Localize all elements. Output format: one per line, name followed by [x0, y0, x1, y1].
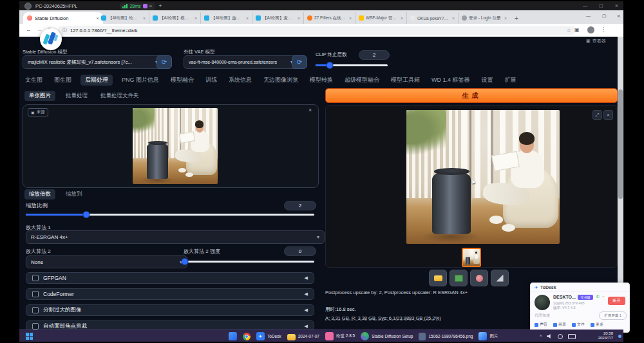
chevron-down-icon[interactable]: ⌄	[601, 293, 605, 299]
task-view-icon[interactable]	[229, 332, 237, 340]
profile-avatar[interactable]	[587, 26, 594, 33]
palette-button[interactable]	[470, 270, 488, 286]
browser-tab[interactable]: 【AI绘画】放大算法对比 ×	[201, 12, 252, 24]
clip-skip-value[interactable]: 2	[359, 50, 390, 60]
gallery-expand-button[interactable]: ⤢	[592, 110, 602, 120]
taskbar-item-launcher[interactable]: 绘世 2.8.5	[325, 332, 355, 340]
upscaler2-strength-slider[interactable]	[184, 259, 314, 264]
sound-tool[interactable]: 声音	[535, 322, 547, 328]
scale-slider[interactable]	[26, 212, 314, 218]
gallery-thumbnail[interactable]	[462, 248, 481, 267]
tab-toolkit[interactable]: 模型工具箱	[388, 75, 422, 86]
taskbar-item-folder[interactable]: 2024-07-07	[287, 333, 319, 340]
open-folder-button[interactable]	[429, 270, 447, 286]
scale-value[interactable]: 2	[284, 201, 316, 210]
address-bar[interactable]: ⓘ 127.0.0.1:7860/?__theme=dark ☆	[58, 26, 576, 35]
tab-wd14[interactable]: WD 1.4 标签器	[429, 75, 473, 86]
viewer-chip[interactable]: ▣ 查看器	[586, 38, 606, 44]
accordion-gfpgan[interactable]: GFPGAN ◀	[26, 272, 314, 284]
launcher-logo[interactable]	[40, 28, 62, 50]
tab-close-icon[interactable]: ×	[143, 16, 146, 21]
accordion-auto-face-crop[interactable]: 自动面部焦点剪裁 ◀	[26, 320, 314, 329]
save-image-button[interactable]	[450, 270, 468, 286]
tab-supermerge[interactable]: 超级模型融合	[342, 75, 382, 86]
tab-merge[interactable]: 模型融合	[168, 75, 196, 86]
taskbar-item-png[interactable]: 15062-1980786456.png	[419, 333, 473, 340]
tab-sysinfo[interactable]: 系统信息	[226, 75, 254, 86]
tab-close-icon[interactable]: ×	[246, 16, 249, 21]
model-refresh-button[interactable]: ⟳	[156, 55, 172, 69]
quality-badge-icon[interactable]	[143, 4, 147, 8]
back-icon[interactable]: ←	[26, 26, 32, 33]
source-dropzone[interactable]: ▣ 来源 ×	[23, 104, 319, 188]
tab-close-icon[interactable]: ×	[194, 16, 197, 21]
slider-handle[interactable]	[327, 62, 333, 68]
network-icon[interactable]	[558, 334, 563, 339]
checkbox[interactable]	[32, 307, 39, 313]
source-image[interactable]	[133, 108, 218, 184]
checkbox[interactable]	[32, 323, 39, 329]
todesk-panel-header[interactable]: ✈ ToDesk	[531, 283, 629, 292]
latency-tab[interactable]: 28ms ×	[120, 3, 155, 10]
tab-settings[interactable]: 设置	[479, 75, 496, 86]
browser-tab[interactable]: 登录 - Login 注册 ×	[459, 12, 510, 24]
extensions-icon[interactable]: ▣	[574, 27, 580, 33]
extend-screen-button[interactable]: 扩展屏幕 1	[599, 311, 627, 320]
tab-close-icon[interactable]: ×	[401, 16, 403, 21]
tray-clock[interactable]: 20:58 2024/7/7	[591, 331, 613, 340]
tab-close-icon[interactable]: ×	[298, 16, 300, 21]
clear-source-icon[interactable]: ×	[308, 107, 312, 113]
subtab-single[interactable]: 单张图片	[24, 91, 55, 101]
browser-minimize-button[interactable]: —	[586, 14, 591, 18]
generate-button[interactable]: 生成	[325, 88, 618, 103]
collapse-arrow-icon[interactable]: ◀	[305, 324, 308, 329]
slider-handle[interactable]	[182, 259, 188, 264]
window-maximize-button[interactable]: ▢	[599, 3, 603, 8]
tab-pnginfo[interactable]: PNG 图片信息	[119, 75, 162, 86]
tab-txt2img[interactable]: 文生图	[23, 75, 45, 86]
call-phone-icon[interactable]: ✆	[596, 294, 600, 299]
tab-scale-to[interactable]: 缩放到	[63, 189, 85, 199]
checkbox[interactable]	[32, 275, 39, 281]
new-session-button[interactable]: +	[158, 3, 162, 9]
tab-img2img[interactable]: 图生图	[52, 75, 74, 86]
subtab-batch[interactable]: 批量处理	[63, 91, 90, 101]
tab-close-icon[interactable]: ×	[349, 16, 352, 21]
browser-tab[interactable]: WSF-Major 管理后台 ×	[355, 12, 407, 24]
window-close-button[interactable]: ×	[615, 3, 618, 9]
taskbar-item-todesk[interactable]: ✈ ToDesk	[256, 332, 281, 340]
slider-handle[interactable]	[84, 212, 90, 218]
url-text[interactable]: 127.0.0.1:7860/?__theme=dark	[70, 28, 564, 33]
clip-skip-slider[interactable]	[316, 62, 388, 68]
tab-scale-by[interactable]: 缩放倍数	[24, 189, 55, 199]
collapse-arrow-icon[interactable]: ◀	[305, 275, 308, 281]
file-tool[interactable]: 文件	[572, 322, 585, 328]
collapse-arrow-icon[interactable]: ◀	[305, 308, 308, 313]
tab-image-browser[interactable]: 无边图像浏览	[261, 75, 301, 86]
tab-convert[interactable]: 模型转换	[307, 75, 336, 86]
browser-tab[interactable]: 【AI绘画】模型安装教程 ×	[149, 12, 201, 24]
vae-refresh-button[interactable]: ⟳	[292, 55, 307, 69]
session-close-icon[interactable]: ×	[149, 3, 153, 9]
subtab-batch-dir[interactable]: 批量处理文件夹	[98, 91, 142, 101]
upscaler2-dropdown[interactable]: None ▾	[26, 255, 187, 268]
chrome-icon[interactable]	[243, 333, 251, 340]
tab-extras[interactable]: 后期处理	[80, 75, 113, 86]
checkbox[interactable]	[32, 291, 39, 297]
battery-icon[interactable]	[568, 334, 576, 339]
collapse-arrow-icon[interactable]: ◀	[305, 292, 308, 297]
browser-close-button[interactable]: ×	[617, 13, 620, 19]
browser-tab[interactable]: 27.Filters 在线工具 ×	[304, 12, 355, 24]
browser-menu-icon[interactable]: ⋮	[600, 26, 607, 33]
browser-tab[interactable]: 【AI绘画】麦橘写实模型 ×	[252, 12, 304, 24]
vae-dropdown[interactable]: vae-ft-mse-840000-ema-pruned.safetensors…	[184, 55, 298, 69]
notification-dot[interactable]	[618, 335, 621, 338]
taskbar-item-photos[interactable]: 图片	[478, 332, 498, 340]
browser-tab[interactable]: OKUa pokaY7Studio ×	[407, 12, 459, 24]
accordion-codeformer[interactable]: CodeFormer ◀	[26, 288, 314, 300]
start-button[interactable]	[26, 333, 33, 340]
tab-close-icon[interactable]: ×	[452, 16, 455, 21]
quality-tool[interactable]: 画质	[553, 322, 566, 328]
site-info-icon[interactable]: ⓘ	[62, 27, 67, 33]
taskbar-item-setup[interactable]: Stable Diffusion Setup	[361, 332, 413, 340]
